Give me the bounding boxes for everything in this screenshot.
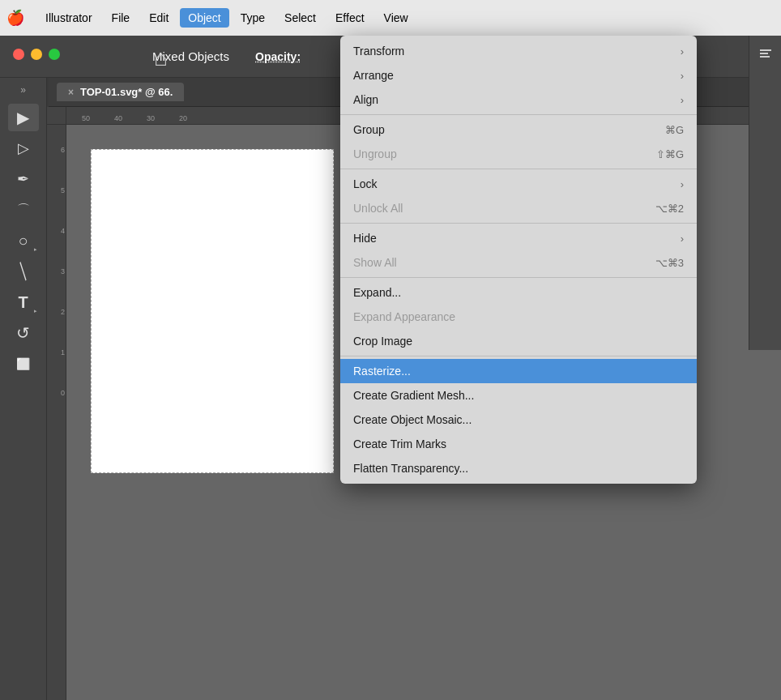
menu-item-ungroup[interactable]: Ungroup ⇧⌘G (340, 142, 697, 166)
menu-divider-2 (340, 169, 697, 169)
menu-item-create-gradient-mesh[interactable]: Create Gradient Mesh... (340, 383, 697, 408)
menu-item-lock[interactable]: Lock › (340, 172, 697, 196)
menu-item-rasterize[interactable]: Rasterize... (340, 359, 697, 383)
menu-item-expand-appearance[interactable]: Expand Appearance (340, 305, 697, 329)
menu-item-create-object-mosaic[interactable]: Create Object Mosaic... (340, 408, 697, 432)
menu-divider-5 (340, 356, 697, 356)
menu-item-create-trim-marks[interactable]: Create Trim Marks (340, 432, 697, 456)
menu-item-group[interactable]: Group ⌘G (340, 117, 697, 142)
menu-item-align[interactable]: Align › (340, 88, 697, 112)
menu-item-flatten-transparency[interactable]: Flatten Transparency... (340, 456, 697, 480)
menu-item-transform[interactable]: Transform › (340, 39, 697, 63)
menu-item-crop-image[interactable]: Crop Image (340, 329, 697, 353)
object-menu: Transform › Arrange › Align › Group ⌘G U… (340, 36, 697, 484)
menu-item-show-all[interactable]: Show All ⌥⌘3 (340, 250, 697, 275)
menu-item-unlock-all[interactable]: Unlock All ⌥⌘2 (340, 196, 697, 220)
menu-divider-1 (340, 114, 697, 115)
menu-item-hide[interactable]: Hide › (340, 226, 697, 250)
menu-item-expand[interactable]: Expand... (340, 280, 697, 305)
dropdown-overlay: Transform › Arrange › Align › Group ⌘G U… (0, 0, 781, 700)
menu-divider-3 (340, 223, 697, 224)
menu-item-arrange[interactable]: Arrange › (340, 63, 697, 88)
menu-divider-4 (340, 277, 697, 278)
